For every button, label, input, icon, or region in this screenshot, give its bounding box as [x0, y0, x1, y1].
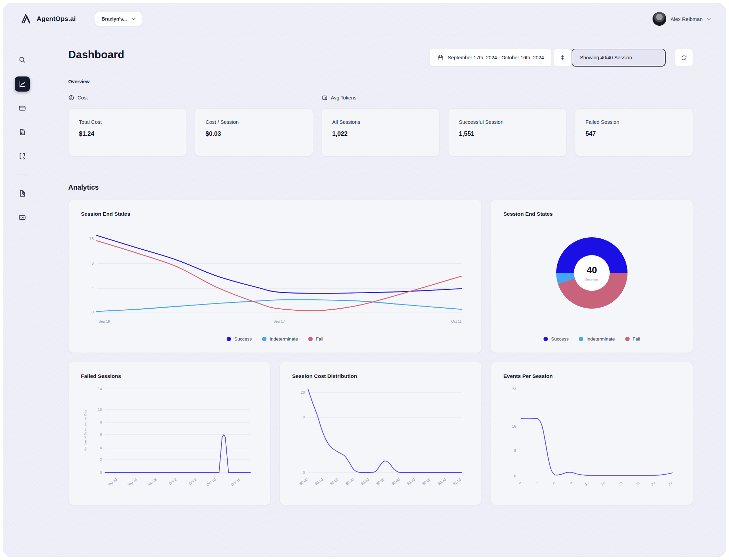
donut-center: 40 Sessions — [574, 255, 610, 291]
donut-chart-session-end-states: 40 Sessions — [556, 237, 628, 309]
svg-text:$0.40: $0.40 — [360, 477, 370, 486]
stat-label: Total Cost — [79, 119, 176, 125]
svg-text:2: 2 — [100, 457, 102, 462]
svg-text:$0.60: $0.60 — [391, 477, 401, 486]
line-chart-session-end-states: 15840Sep 16Sep 17Oct 11 — [81, 226, 469, 329]
svg-text:$0.80: $0.80 — [421, 477, 431, 486]
sidebar-item-logs[interactable] — [15, 124, 30, 140]
donut-total-label: Sessions — [585, 278, 599, 281]
token-icon — [322, 95, 328, 101]
chart-title: Events Per Session — [503, 373, 680, 379]
svg-text:$0.10: $0.10 — [314, 477, 324, 486]
svg-text:Number of Sessions per Day: Number of Sessions per Day — [83, 410, 87, 452]
overview-section-label: Overview — [68, 79, 693, 84]
sidebar-item-traces[interactable] — [15, 148, 30, 164]
svg-text:10: 10 — [98, 407, 102, 412]
legend-item-success[interactable]: Success — [227, 336, 252, 342]
chart-card-session-end-states-line: Session End States 15840Sep 16Sep 17Oct … — [68, 200, 482, 353]
coin-icon — [68, 95, 74, 101]
svg-text:4: 4 — [100, 446, 102, 450]
sidebar-item-billing[interactable] — [15, 210, 30, 225]
sidebar-item-sessions[interactable] — [15, 100, 30, 116]
tab-cost-label: Cost — [77, 95, 88, 100]
svg-text:$0.70: $0.70 — [406, 477, 416, 486]
svg-text:10: 10 — [301, 415, 305, 419]
main-content: Dashboard September 17th, 2024 - October… — [41, 35, 726, 557]
chart-card-events-per-session: Events Per Session 231680036912151821242… — [491, 362, 693, 505]
legend-item-fail[interactable]: Fail — [308, 336, 323, 342]
svg-text:0: 0 — [303, 470, 305, 475]
svg-text:$0.90: $0.90 — [437, 477, 447, 486]
refresh-icon — [681, 55, 687, 61]
svg-text:Oct 10: Oct 10 — [205, 477, 216, 487]
svg-text:20: 20 — [301, 390, 305, 394]
svg-text:3: 3 — [535, 481, 539, 485]
svg-text:$0.50: $0.50 — [375, 477, 385, 486]
tab-cost[interactable]: Cost — [68, 95, 88, 101]
legend-item-indeterminate[interactable]: Indeterminate — [262, 336, 298, 342]
stat-value: $0.03 — [205, 130, 302, 138]
sliders-icon — [560, 55, 566, 61]
refresh-button[interactable] — [674, 49, 693, 67]
chart-legend: SuccessIndeterminateFail — [81, 336, 469, 342]
chart-title: Session End States — [503, 211, 680, 217]
svg-text:Sep 17: Sep 17 — [273, 319, 285, 323]
donut-wrap: 40 Sessions — [503, 217, 680, 329]
filter-button[interactable] — [554, 49, 572, 67]
chart-title: Session Cost Distribution — [292, 373, 469, 379]
header-controls: September 17th, 2024 - October 16th, 202… — [429, 49, 693, 67]
stats-row: Total Cost $1.24 Cost / Session $0.03 Al… — [68, 108, 693, 156]
svg-text:$0.30: $0.30 — [345, 477, 355, 486]
legend-label: Indeterminate — [586, 336, 615, 342]
svg-text:$0.00: $0.00 — [299, 477, 309, 486]
overview-tabs: Cost Avg Tokens — [68, 95, 693, 101]
tab-avg-tokens[interactable]: Avg Tokens — [322, 95, 356, 101]
stat-label: Successful Session — [459, 119, 555, 125]
org-selector[interactable]: Braelyn's... — [95, 12, 142, 26]
sidebar-item-analytics[interactable] — [15, 76, 30, 92]
legend-dot — [262, 337, 266, 341]
server-icon — [18, 104, 26, 112]
search-icon — [18, 56, 26, 64]
chart-title: Failed Sessions — [81, 373, 258, 379]
stat-card-cost-per-session: Cost / Session $0.03 — [195, 108, 313, 156]
svg-text:0: 0 — [514, 474, 516, 478]
donut-total-value: 40 — [587, 265, 597, 276]
sidebar-item-files[interactable] — [15, 186, 30, 201]
sidebar-item-search[interactable] — [15, 52, 30, 68]
stat-card-successful-session: Successful Session 1,551 — [448, 108, 566, 156]
session-filter-pill[interactable]: Showing 40/40 Session — [572, 49, 666, 67]
page-title: Dashboard — [68, 49, 124, 61]
chart-title: Session End States — [81, 211, 469, 217]
user-name: Alex Reibman — [671, 16, 703, 22]
legend-label: Fail — [316, 336, 323, 342]
user-menu[interactable]: Alex Reibman — [653, 12, 711, 26]
svg-text:0: 0 — [92, 310, 94, 314]
app-window: AgentOps.ai Braelyn's... Alex Reibman — [3, 3, 726, 557]
legend-item-indeterminate[interactable]: Indeterminate — [579, 336, 615, 342]
stat-value: 1,022 — [332, 130, 429, 138]
svg-text:0: 0 — [518, 481, 522, 485]
legend-item-fail[interactable]: Fail — [625, 336, 640, 342]
svg-text:Sep 16: Sep 16 — [98, 319, 110, 323]
svg-text:6: 6 — [552, 481, 556, 485]
svg-text:$0.20: $0.20 — [329, 477, 339, 486]
sidebar-divider — [16, 175, 28, 175]
analytics-section-label: Analytics — [68, 183, 693, 191]
section-divider — [68, 171, 693, 171]
chevron-down-icon — [132, 18, 135, 20]
line-chart-failed-sessions: 141086420Sep 20Sep 24Sep 28Oct 2Oct 6Oct… — [81, 384, 258, 494]
legend-label: Fail — [633, 336, 640, 342]
tab-avg-tokens-label: Avg Tokens — [331, 95, 356, 100]
svg-text:Oct 16: Oct 16 — [230, 477, 241, 487]
legend-item-success[interactable]: Success — [543, 336, 569, 342]
file-icon — [18, 189, 26, 198]
date-range-picker[interactable]: September 17th, 2024 - October 16th, 202… — [429, 49, 552, 67]
stat-card-all-sessions: All Sessions 1,022 — [322, 108, 440, 156]
legend-dot — [625, 337, 630, 341]
svg-text:6: 6 — [100, 432, 102, 437]
legend-dot — [543, 337, 548, 341]
brand: AgentOps.ai — [20, 12, 76, 25]
topbar: AgentOps.ai Braelyn's... Alex Reibman — [3, 3, 726, 35]
legend-label: Indeterminate — [270, 336, 298, 342]
